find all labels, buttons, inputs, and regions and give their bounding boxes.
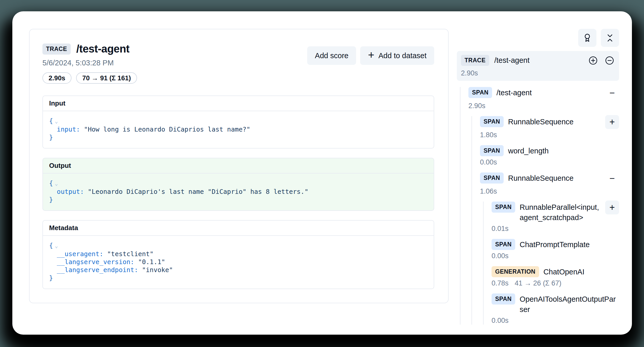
- tree-node: SPANChatPromptTemplate0.00s: [492, 239, 619, 260]
- tree-node: SPANRunnableParallel<input,agent_scratch…: [492, 202, 619, 233]
- collapse-node-button[interactable]: −: [605, 86, 619, 100]
- tree-node: SPANword_length0.00s: [480, 145, 619, 166]
- metadata-json-viewer: {⌄ __useragent: "testclient" __langserve…: [43, 236, 434, 289]
- json-value: "testclient": [107, 250, 154, 258]
- json-close-brace: }: [49, 196, 53, 203]
- trace-tree-sidebar: TRACE /test-agent 2.90s: [457, 29, 619, 325]
- tree-node: SPANRunnableSequence−1.06s: [480, 172, 619, 195]
- tree-node-row[interactable]: SPANword_length: [480, 145, 619, 156]
- output-section-title: Output: [43, 158, 434, 173]
- span-metrics: 0.01s: [492, 225, 619, 233]
- output-section: Output {⌄ output: "Leonardo DiCaprio's l…: [42, 158, 434, 211]
- metadata-section: Metadata {⌄ __useragent: "testclient" __…: [42, 220, 434, 289]
- tree-node-row[interactable]: SPANOpenAIToolsAgentOutputParser: [492, 293, 619, 315]
- span-name: RunnableSequence: [508, 172, 601, 183]
- tree-node: SPAN/test-agent−2.90s: [468, 87, 619, 110]
- tree-node: SPANOpenAIToolsAgentOutputParser0.00s: [492, 293, 619, 325]
- json-open-brace: {: [49, 117, 53, 125]
- json-value: "invoke": [142, 266, 173, 274]
- expand-node-button[interactable]: +: [605, 115, 619, 129]
- json-open-brace: {: [49, 179, 53, 187]
- observation-type-badge: SPAN: [492, 239, 515, 250]
- observation-type-badge: SPAN: [492, 202, 515, 213]
- add-to-dataset-label: Add to dataset: [378, 51, 427, 60]
- span-duration: 0.00s: [492, 252, 509, 260]
- award-icon: [583, 33, 592, 43]
- span-duration: 0.00s: [492, 317, 509, 325]
- span-metrics: 0.00s: [492, 317, 619, 325]
- input-section: Input {⌄ input: "How long is Leonardo Di…: [42, 96, 434, 149]
- span-metrics: 1.06s: [480, 187, 619, 195]
- metadata-section-title: Metadata: [43, 221, 434, 236]
- span-name: /test-agent: [496, 87, 601, 98]
- span-duration: 1.06s: [480, 187, 497, 195]
- input-section-title: Input: [43, 96, 434, 111]
- trace-stats: 2.90s 70 → 91 (Σ 161): [42, 72, 137, 84]
- trace-name: /test-agent: [494, 56, 530, 65]
- span-metrics: 2.90s: [468, 102, 619, 110]
- span-name: word_length: [508, 145, 619, 156]
- span-duration: 0.78s: [492, 279, 509, 287]
- span-duration: 1.80s: [480, 131, 497, 139]
- json-open-brace: {: [49, 242, 53, 249]
- collapse-panel-button[interactable]: [601, 29, 619, 47]
- span-metrics: 0.00s: [492, 252, 619, 260]
- tree-node-row[interactable]: SPANRunnableParallel<input,agent_scratch…: [492, 202, 619, 223]
- tree-node-row[interactable]: SPANRunnableSequence+: [480, 116, 619, 129]
- add-score-label: Add score: [315, 51, 349, 60]
- json-close-brace: }: [49, 134, 53, 141]
- span-name: OpenAIToolsAgentOutputParser: [520, 293, 619, 315]
- collapse-json-chevron-icon[interactable]: ⌄: [55, 118, 58, 124]
- json-key: output:: [49, 188, 88, 195]
- collapse-json-chevron-icon[interactable]: ⌄: [55, 243, 58, 249]
- collapse-node-button[interactable]: −: [605, 171, 619, 185]
- span-duration: 2.90s: [468, 102, 485, 110]
- annotate-button[interactable]: [578, 29, 596, 47]
- json-value: "Leonardo DiCaprio's last name "DiCaprio…: [88, 188, 309, 195]
- plus-icon: +: [368, 50, 374, 60]
- expand-node-button[interactable]: +: [605, 201, 619, 214]
- add-score-button[interactable]: Add score: [307, 46, 356, 65]
- trace-header: TRACE /test-agent 5/6/2024, 5:03:28 PM 2…: [42, 43, 434, 84]
- span-metrics: 0.78s41 → 26 (Σ 67): [492, 279, 619, 287]
- input-json-viewer: {⌄ input: "How long is Leonardo DiCaprio…: [43, 111, 434, 148]
- span-token-usage: 41 → 26 (Σ 67): [515, 279, 561, 287]
- trace-type-badge: TRACE: [461, 55, 489, 66]
- span-tree: SPAN/test-agent−2.90sSPANRunnableSequenc…: [457, 87, 619, 325]
- span-metrics: 1.80s: [480, 131, 619, 139]
- span-name: RunnableSequence: [508, 116, 601, 127]
- json-close-brace: }: [49, 274, 53, 282]
- span-metrics: 0.00s: [480, 158, 619, 166]
- collapse-all-button[interactable]: [605, 56, 614, 65]
- output-json-viewer: {⌄ output: "Leonardo DiCaprio's last nam…: [43, 173, 434, 210]
- token-usage-pill: 70 → 91 (Σ 161): [76, 72, 137, 84]
- chevrons-collapse-icon: [605, 33, 615, 43]
- observation-type-badge: SPAN: [480, 145, 504, 156]
- collapse-json-chevron-icon[interactable]: ⌄: [55, 180, 58, 187]
- json-key: __langserve_endpoint:: [49, 266, 142, 274]
- tree-node-row[interactable]: SPANRunnableSequence−: [480, 172, 619, 185]
- span-name: RunnableParallel<input,agent_scratchpad>: [520, 202, 601, 223]
- trace-timestamp: 5/6/2024, 5:03:28 PM: [42, 59, 137, 67]
- trace-detail-card: TRACE /test-agent 5/6/2024, 5:03:28 PM 2…: [29, 29, 449, 303]
- tree-node-row[interactable]: SPANChatPromptTemplate: [492, 239, 619, 250]
- tree-node: GENERATIONChatOpenAI0.78s41 → 26 (Σ 67): [492, 266, 619, 287]
- tree-node-row[interactable]: SPAN/test-agent−: [468, 87, 619, 100]
- observation-type-badge: SPAN: [492, 293, 515, 305]
- span-duration: 0.00s: [480, 158, 497, 166]
- span-children-group: SPANRunnableSequence+1.80sSPANword_lengt…: [471, 116, 619, 325]
- span-children-group: SPANRunnableParallel<input,agent_scratch…: [483, 202, 619, 325]
- json-key: __useragent:: [49, 250, 107, 258]
- expand-all-button[interactable]: [588, 56, 598, 65]
- trace-actions: Add score + Add to dataset: [307, 46, 434, 65]
- tree-trace-row-selected[interactable]: TRACE /test-agent 2.90s: [457, 51, 619, 81]
- tree-node-row[interactable]: GENERATIONChatOpenAI: [492, 266, 619, 277]
- desktop-background: TRACE /test-agent 5/6/2024, 5:03:28 PM 2…: [0, 0, 644, 347]
- observation-type-badge: SPAN: [480, 172, 504, 184]
- observation-type-badge: SPAN: [468, 87, 492, 98]
- json-value: "0.1.1": [138, 258, 165, 266]
- add-to-dataset-button[interactable]: + Add to dataset: [360, 46, 434, 65]
- sidebar-toolbar: [457, 29, 619, 47]
- app-window: TRACE /test-agent 5/6/2024, 5:03:28 PM 2…: [12, 11, 632, 335]
- span-name: ChatPromptTemplate: [520, 239, 619, 250]
